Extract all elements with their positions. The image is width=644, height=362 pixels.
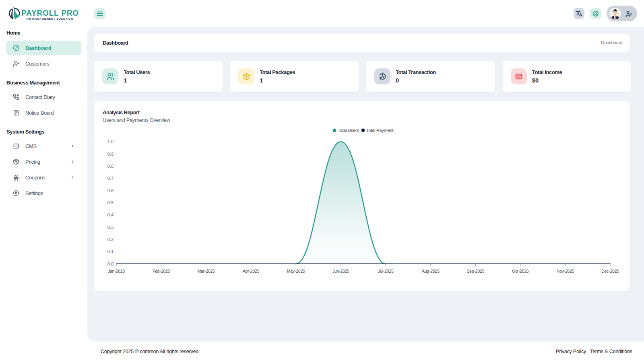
- svg-text:Jun-2025: Jun-2025: [332, 269, 350, 274]
- svg-text:PAYROLL PRO: PAYROLL PRO: [21, 8, 79, 17]
- svg-text:Total Users: Total Users: [338, 128, 359, 133]
- svg-text:0.6: 0.6: [107, 188, 114, 193]
- svg-text:Mar-2025: Mar-2025: [197, 269, 215, 274]
- svg-text:Apr-2025: Apr-2025: [243, 269, 260, 274]
- svg-text:0.3: 0.3: [107, 225, 114, 230]
- svg-text:0.2: 0.2: [107, 237, 114, 242]
- svg-text:Dec-2025: Dec-2025: [601, 269, 619, 274]
- svg-text:Jul-2025: Jul-2025: [378, 269, 394, 274]
- svg-text:May-2025: May-2025: [287, 269, 305, 274]
- svg-text:Sep-2025: Sep-2025: [466, 269, 484, 274]
- svg-text:HR MANAGEMENT SOLUTION: HR MANAGEMENT SOLUTION: [27, 17, 73, 20]
- svg-text:Total Payment: Total Payment: [366, 128, 393, 133]
- svg-text:Jan-2025: Jan-2025: [108, 269, 125, 274]
- svg-text:0.7: 0.7: [107, 176, 114, 181]
- svg-text:1.0: 1.0: [107, 139, 114, 144]
- svg-text:0.5: 0.5: [107, 200, 114, 205]
- svg-text:0.4: 0.4: [107, 212, 114, 217]
- svg-text:Feb-2025: Feb-2025: [153, 269, 170, 274]
- svg-text:0.9: 0.9: [107, 152, 114, 156]
- svg-text:0.1: 0.1: [107, 249, 114, 254]
- svg-text:Aug-2025: Aug-2025: [422, 269, 440, 274]
- svg-text:0.8: 0.8: [107, 164, 114, 169]
- svg-text:0.0: 0.0: [107, 261, 114, 266]
- svg-text:Oct-2025: Oct-2025: [512, 269, 529, 274]
- svg-text:Nov-2025: Nov-2025: [557, 269, 574, 274]
